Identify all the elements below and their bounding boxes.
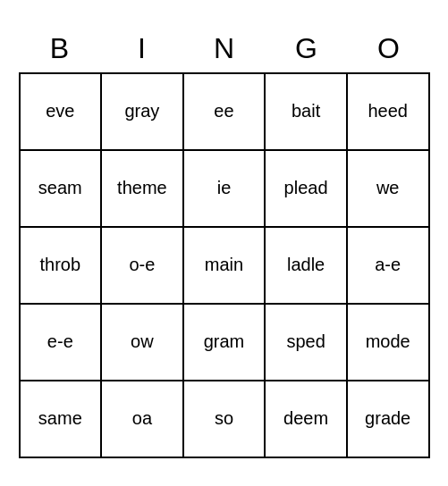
header-letter-b: B [19,29,101,69]
header-letter-n: N [183,29,266,69]
bingo-board: BINGO evegrayeebaitheedseamthemeiepleadw… [10,20,439,467]
header-letter-g: G [266,29,348,69]
bingo-cell: theme [102,151,184,226]
bingo-cell: sped [266,305,348,380]
bingo-row: evegrayeebaitheed [21,74,428,151]
bingo-cell: same [21,381,103,457]
bingo-cell: deem [266,381,348,457]
bingo-row: sameoasodeemgrade [21,381,428,457]
bingo-cell: grade [348,381,428,457]
bingo-row: e-eowgramspedmode [21,305,428,381]
bingo-cell: we [348,151,428,226]
bingo-cell: mode [348,305,428,380]
bingo-cell: throb [21,228,103,303]
bingo-grid: evegrayeebaitheedseamthemeiepleadwethrob… [19,72,430,458]
bingo-cell: heed [348,74,428,149]
bingo-cell: ow [102,305,184,380]
bingo-row: seamthemeiepleadwe [21,151,428,228]
bingo-cell: e-e [21,305,103,380]
bingo-cell: eve [21,74,103,149]
bingo-cell: ie [184,151,266,226]
bingo-cell: ee [184,74,266,149]
bingo-cell: seam [21,151,103,226]
bingo-cell: gram [184,305,266,380]
bingo-header: BINGO [19,29,430,69]
bingo-cell: bait [266,74,348,149]
bingo-row: throbo-emainladlea-e [21,228,428,305]
bingo-cell: plead [266,151,348,226]
header-letter-o: O [348,29,430,69]
bingo-cell: gray [102,74,184,149]
header-letter-i: I [101,29,183,69]
bingo-cell: main [184,228,266,303]
bingo-cell: so [184,381,266,457]
bingo-cell: oa [102,381,184,457]
bingo-cell: ladle [266,228,348,303]
bingo-cell: a-e [348,228,428,303]
bingo-cell: o-e [102,228,184,303]
